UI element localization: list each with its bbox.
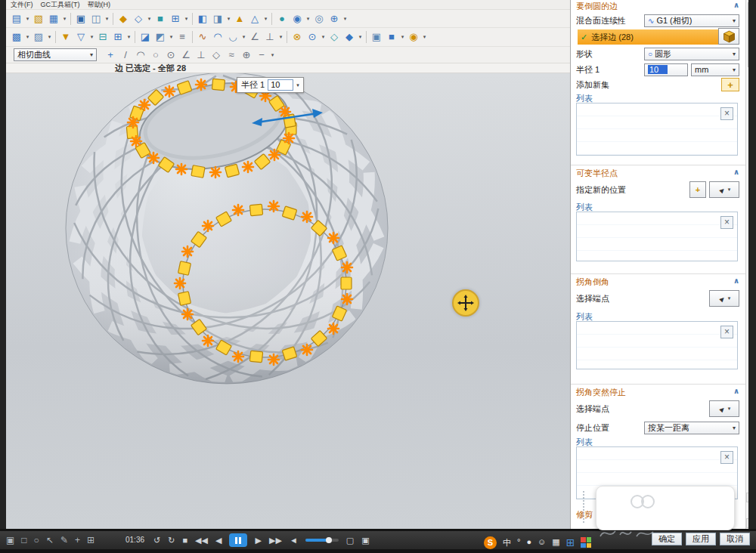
toolbar-button[interactable]: ◇	[131, 11, 146, 26]
toolbar-button[interactable]: ▾	[146, 11, 153, 26]
panel-icon[interactable]: ▢	[346, 536, 354, 545]
model-canvas[interactable]	[6, 73, 570, 529]
toolbar-button[interactable]	[135, 31, 135, 43]
toolbar-button[interactable]: ⊞	[168, 11, 183, 26]
toolbar-button[interactable]: ▾	[262, 11, 269, 26]
toolbar-button[interactable]: ▲	[232, 11, 247, 26]
annotation-tool-icon[interactable]: ↖	[46, 535, 54, 545]
remove-button[interactable]: ×	[720, 107, 733, 120]
point-constructor-button[interactable]: +	[689, 181, 706, 198]
toolbar-button[interactable]: ▾	[357, 29, 364, 45]
onscreen-radius-input[interactable]: 10	[268, 79, 293, 91]
stop-position-dropdown[interactable]: 按某一距离 ▾	[644, 422, 739, 434]
toolbar-button[interactable]: ▾	[24, 11, 31, 26]
toolbar-button[interactable]: ▾	[168, 29, 175, 45]
app-grid-icon[interactable]: ⊞	[566, 536, 575, 548]
toolbar-button[interactable]: ⊞	[110, 29, 125, 45]
remove-button[interactable]: ×	[720, 216, 733, 229]
add-new-set-row[interactable]: 添加新集 +	[576, 78, 739, 91]
undo-icon[interactable]: ↺	[153, 536, 160, 545]
snap-toolbar-button[interactable]: ≈	[224, 48, 239, 63]
volume-icon[interactable]: ◄	[290, 536, 298, 545]
ime-icon[interactable]: ●	[526, 537, 531, 548]
cancel-button[interactable]: 取消	[720, 533, 750, 545]
toolbar-button[interactable]: ▾	[399, 29, 406, 45]
toolbar-button[interactable]: ▩	[9, 29, 24, 45]
toolbar-button[interactable]: ◫	[88, 11, 104, 26]
toolbar-button[interactable]: ◩	[153, 29, 168, 45]
shape-dropdown[interactable]: ○ 圆形 ▾	[644, 48, 739, 60]
endpoint-select-button[interactable]: ► ▾	[709, 290, 739, 307]
toolbar-button[interactable]: ▾	[46, 29, 53, 45]
toolbar-button[interactable]: ⊥	[262, 29, 277, 45]
move-cursor[interactable]	[452, 289, 479, 317]
toolbar-button[interactable]: ◆	[116, 11, 131, 26]
toolbar-button[interactable]: ▾	[305, 11, 311, 26]
toolbar-button[interactable]	[287, 31, 287, 43]
toolbar-button[interactable]: ▣	[369, 29, 384, 45]
toolbar-button[interactable]: ▾	[225, 11, 232, 26]
ime-icon[interactable]: 中	[503, 537, 511, 548]
snap-toolbar-button[interactable]: ◠	[133, 48, 148, 63]
select-edge-active[interactable]: ✓ 选择边 (28)	[578, 29, 721, 45]
next-icon[interactable]: ▶▶	[269, 536, 282, 545]
radius-unit-dropdown[interactable]: mm ▾	[691, 63, 739, 76]
toolbar-button[interactable]: ▤	[9, 11, 24, 26]
annotation-tool-icon[interactable]: +	[75, 535, 80, 545]
toolbar-button[interactable]: ◧	[195, 11, 210, 26]
toolbar-button[interactable]	[55, 31, 56, 43]
toolbar-button[interactable]	[366, 31, 367, 43]
collapse-chevron-icon[interactable]: ∧	[733, 168, 739, 176]
menu-item[interactable]: 帮助(H)	[88, 0, 111, 10]
snap-toolbar-button[interactable]: ▾	[269, 48, 276, 63]
toolbar-button[interactable]: ▣	[73, 11, 88, 26]
snap-toolbar-button[interactable]: ⊕	[239, 48, 254, 63]
continuity-dropdown[interactable]: ∿ G1 (相切) ▾	[644, 14, 739, 27]
endpoint-select-button[interactable]: ► ▾	[709, 400, 739, 417]
toolbar-button[interactable]: ▾	[88, 29, 95, 45]
add-new-set-button[interactable]: +	[721, 78, 739, 91]
toolbar-button[interactable]: ◆	[342, 29, 357, 45]
toolbar-button[interactable]: ∠	[247, 29, 262, 45]
corner-fillet-list[interactable]: ×	[576, 321, 738, 369]
ime-icon[interactable]: ▦	[552, 537, 559, 548]
snap-toolbar-button[interactable]: ◇	[209, 48, 224, 63]
edge-set-list[interactable]: ×	[576, 103, 738, 156]
stop-icon[interactable]: ■	[182, 536, 187, 545]
toolbar-button[interactable]: ■	[384, 29, 399, 45]
toolbar-button[interactable]	[192, 13, 193, 25]
toolbar-button[interactable]	[113, 13, 113, 25]
redo-icon[interactable]: ↻	[168, 536, 175, 545]
collapse-chevron-icon[interactable]: ∧	[733, 387, 739, 395]
toolbar-button[interactable]: ◡	[225, 29, 240, 45]
menu-item[interactable]: GC工具箱(T)	[41, 0, 80, 10]
toolbar-button[interactable]: ⊗	[290, 29, 305, 45]
snap-toolbar-button[interactable]: ○	[148, 48, 163, 63]
remove-button[interactable]: ×	[720, 326, 733, 338]
toolbar-button[interactable]	[192, 31, 193, 43]
snap-toolbar-button[interactable]: ∠	[178, 48, 194, 63]
toolbar-button[interactable]: ●	[274, 11, 290, 26]
snap-toolbar-button[interactable]: ⊙	[163, 48, 178, 63]
toolbar-button[interactable]: ▾	[24, 29, 31, 45]
snap-toolbar-button[interactable]: ⊥	[194, 48, 209, 63]
toolbar-button[interactable]: ◉	[290, 11, 305, 26]
annotation-tool-icon[interactable]: ⊞	[87, 535, 94, 545]
toolbar-button[interactable]: ◪	[138, 29, 153, 45]
annotation-tool-icon[interactable]: ○	[34, 535, 39, 545]
ime-icon[interactable]: ☺	[538, 537, 546, 548]
annotation-tool-icon[interactable]: □	[21, 535, 26, 545]
toolbar-button[interactable]: ▾	[183, 11, 190, 26]
toolbar-button[interactable]: ▼	[58, 29, 73, 45]
toolbar-button[interactable]: ▧	[31, 11, 46, 26]
curve-rule-combo[interactable]: 相切曲线 ▾	[14, 48, 97, 61]
annotation-tool-icon[interactable]: ✎	[60, 535, 68, 545]
snap-toolbar-button[interactable]: +	[103, 48, 118, 63]
ime-icon[interactable]: °	[517, 537, 520, 548]
toolbar-button[interactable]: ⊕	[327, 11, 342, 26]
launcher-icon[interactable]	[581, 537, 591, 548]
toolbar-button[interactable]: ◇	[327, 29, 342, 45]
snap-toolbar-button[interactable]: −	[254, 48, 269, 63]
graphics-viewport[interactable]: 半径 1 10 ▾	[6, 73, 570, 529]
toolbar-button[interactable]: ▨	[31, 29, 46, 45]
